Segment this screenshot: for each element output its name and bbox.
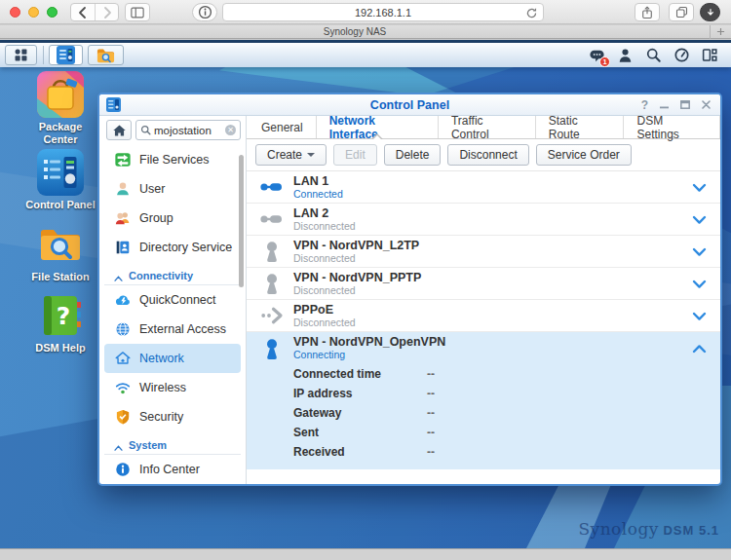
- browser-tab[interactable]: Synology NAS: [0, 26, 710, 37]
- sidebar-item-directory-service[interactable]: Directory Service: [104, 233, 241, 262]
- browser-bottom-edge: [0, 548, 731, 560]
- refresh-button[interactable]: [525, 7, 538, 19]
- tab-dsm-settings[interactable]: DSM Settings: [624, 116, 720, 138]
- interface-row-lan1[interactable]: LAN 1 Connected: [247, 171, 720, 204]
- share-button[interactable]: [635, 3, 660, 21]
- new-tab-button[interactable]: [710, 25, 731, 39]
- lan-icon: [259, 174, 285, 200]
- network-icon: [114, 350, 132, 367]
- sidebar-item-label: Security: [139, 410, 183, 424]
- window-help-button[interactable]: ?: [641, 99, 648, 111]
- zoom-window-button[interactable]: [47, 7, 58, 18]
- desktop-icon-label: DSM Help: [19, 342, 102, 355]
- interface-name: VPN - NordVPN_L2TP: [293, 239, 419, 252]
- disconnect-button[interactable]: Disconnect: [447, 144, 528, 166]
- notifications-button[interactable]: 1: [587, 46, 606, 65]
- sidebar-item-network[interactable]: Network: [104, 344, 241, 373]
- interface-name: LAN 2: [293, 206, 356, 220]
- forward-icon: [101, 6, 113, 19]
- interface-list: LAN 1 Connected LAN 2 Disconnected: [247, 171, 720, 484]
- tab-traffic-control[interactable]: Traffic Control: [439, 116, 536, 138]
- service-order-button[interactable]: Service Order: [536, 144, 632, 166]
- window-maximize-button[interactable]: [680, 100, 690, 109]
- taskbar-app-file-station[interactable]: [88, 45, 124, 65]
- search-input[interactable]: mojostation ✕: [135, 120, 241, 140]
- search-button[interactable]: [643, 46, 663, 65]
- window-close-button[interactable]: [702, 100, 711, 109]
- privacy-report-button[interactable]: [192, 3, 217, 21]
- home-icon: [112, 124, 127, 137]
- chevron-down-icon[interactable]: [692, 247, 707, 257]
- desktop-icon-label: File Station: [19, 271, 102, 283]
- tab-overview-button[interactable]: [669, 3, 694, 21]
- clear-search-button[interactable]: ✕: [225, 125, 236, 135]
- chevron-down-icon[interactable]: [692, 280, 707, 289]
- chevron-down-icon[interactable]: [692, 312, 707, 321]
- widgets-button[interactable]: [700, 46, 719, 65]
- sidebar-item-user[interactable]: User: [104, 174, 241, 204]
- file-station-app-icon: [96, 47, 116, 64]
- desktop-icon-package-center[interactable]: Package Center: [19, 71, 102, 145]
- chevron-down-icon[interactable]: [692, 215, 707, 225]
- downloads-button[interactable]: [700, 3, 720, 21]
- dropdown-caret-icon: [307, 153, 315, 157]
- desktop-icon-dsm-help[interactable]: ? DSM Help: [19, 292, 102, 355]
- pilot-view-button[interactable]: [672, 46, 691, 65]
- interface-row-pppoe[interactable]: PPPoE Disconnected: [247, 300, 720, 332]
- delete-button[interactable]: Delete: [384, 144, 442, 166]
- tab-network-interface[interactable]: Network Interface: [317, 116, 439, 138]
- taskbar-separator: [43, 46, 44, 64]
- sidebar-item-quickconnect[interactable]: QuickConnect: [104, 285, 241, 315]
- desktop-icon-file-station[interactable]: File Station: [19, 221, 102, 283]
- user-options-button[interactable]: [615, 46, 635, 65]
- address-bar[interactable]: 192.168.1.1: [222, 3, 544, 21]
- edit-button[interactable]: Edit: [333, 144, 377, 166]
- sidebar-item-label: File Services: [139, 153, 210, 167]
- tab-static-route[interactable]: Static Route: [536, 116, 625, 138]
- interface-row-vpn-openvpn[interactable]: VPN - NordVPN_OpenVPN Connecting: [247, 332, 720, 364]
- chevron-down-icon[interactable]: [692, 183, 707, 193]
- sidebar-scrollbar[interactable]: [239, 155, 244, 287]
- detail-label: Gateway: [293, 406, 427, 420]
- interface-row-vpn-l2tp[interactable]: VPN - NordVPN_L2TP Disconnected: [247, 236, 720, 268]
- desktop-icon-control-panel[interactable]: Control Panel: [19, 149, 102, 211]
- main-menu-button[interactable]: [5, 45, 37, 65]
- control-panel-window: Control Panel ?: [97, 93, 722, 486]
- home-button[interactable]: [106, 120, 132, 140]
- interface-status: Disconnected: [293, 284, 421, 297]
- interface-name: LAN 1: [293, 174, 343, 188]
- sidebar-section-connectivity[interactable]: Connectivity: [104, 264, 241, 285]
- taskbar-app-control-panel[interactable]: [49, 45, 83, 65]
- sidebar-toggle-button[interactable]: [125, 3, 150, 21]
- sidebar-section-system[interactable]: System: [104, 433, 241, 455]
- interface-row-lan2[interactable]: LAN 2 Disconnected: [247, 204, 720, 236]
- close-window-button[interactable]: [10, 7, 20, 18]
- vpn-icon: [259, 271, 285, 296]
- browser-toolbar: 192.168.1.1: [0, 0, 731, 24]
- tab-general[interactable]: General: [249, 116, 317, 138]
- chevron-up-icon[interactable]: [692, 344, 707, 354]
- interface-row-vpn-pptp[interactable]: VPN - NordVPN_PPTP Disconnected: [247, 268, 720, 300]
- sidebar-item-info-center[interactable]: Info Center: [104, 455, 241, 484]
- back-button[interactable]: [71, 4, 95, 20]
- minimize-window-button[interactable]: [28, 7, 39, 18]
- sidebar-item-external-access[interactable]: External Access: [104, 315, 241, 344]
- detail-label: IP address: [293, 387, 427, 400]
- window-minimize-button[interactable]: [660, 100, 669, 109]
- security-icon: [114, 408, 132, 426]
- control-panel-app-icon: [57, 46, 75, 64]
- sidebar-item-wireless[interactable]: Wireless: [104, 373, 241, 402]
- control-panel-sidebar: mojostation ✕ File Services User: [99, 116, 247, 484]
- sidebar-item-file-services[interactable]: File Services: [104, 145, 241, 174]
- control-panel-content: General Network Interface Traffic Contro…: [247, 116, 720, 484]
- sidebar-item-security[interactable]: Security: [104, 402, 241, 431]
- detail-value: --: [427, 426, 435, 439]
- sidebar-section-label: Connectivity: [129, 270, 193, 281]
- tabs-icon: [674, 5, 689, 19]
- create-button[interactable]: Create: [255, 144, 327, 166]
- detail-row: IP address --: [247, 384, 720, 403]
- sidebar-item-group[interactable]: Group: [104, 204, 241, 233]
- forward-button[interactable]: [95, 4, 118, 20]
- interface-expanded-openvpn: VPN - NordVPN_OpenVPN Connecting Connect…: [247, 332, 720, 469]
- window-title: Control Panel: [99, 98, 720, 112]
